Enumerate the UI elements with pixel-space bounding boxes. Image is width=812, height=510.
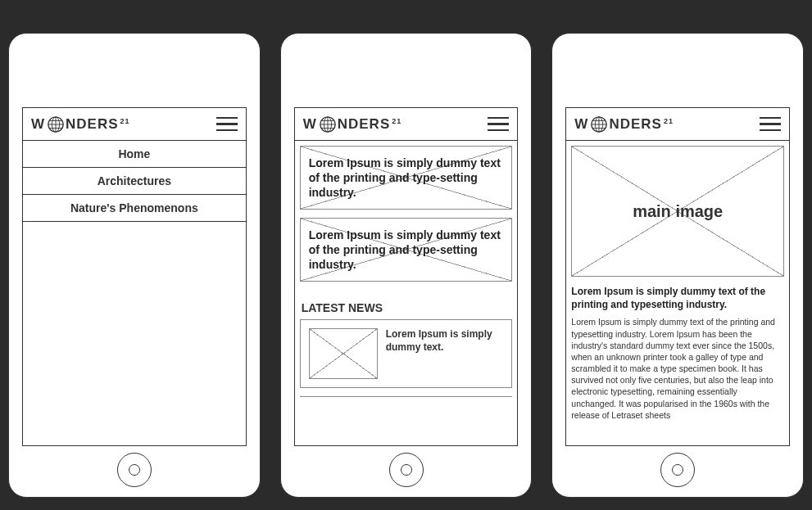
mobile-frame-menu: W NDERS 21 Home Architectures Nature's P… xyxy=(8,33,261,498)
logo-text-right: NDERS xyxy=(66,116,119,133)
news-thumbnail-placeholder xyxy=(309,328,378,379)
screen: W NDERS 21 main image Lorem Ipsum is sim… xyxy=(565,107,790,446)
app-header: W NDERS 21 xyxy=(295,108,518,141)
news-item-text: Lorem Ipsum is simply dummy text. xyxy=(386,328,504,379)
app-header: W NDERS 21 xyxy=(566,108,789,141)
menu-item-nature[interactable]: Nature's Phenomenons xyxy=(23,195,246,222)
list-row-placeholder xyxy=(300,396,513,411)
feature-card[interactable]: Lorem Ipsum is simply dummy text of the … xyxy=(300,218,513,282)
logo-text-right: NDERS xyxy=(609,116,662,133)
feature-card-text: Lorem Ipsum is simply dummy text of the … xyxy=(301,221,512,279)
device-home-button[interactable] xyxy=(660,453,695,487)
article-body: Lorem Ipsum is simply dummy text of the … xyxy=(571,316,784,421)
globe-icon xyxy=(319,115,337,133)
article-headline: Lorem Ipsum is simply dummy text of the … xyxy=(571,277,784,316)
empty-content-area xyxy=(23,222,246,445)
hamburger-icon[interactable] xyxy=(488,117,509,132)
globe-icon xyxy=(590,115,608,133)
screen: W NDERS 21 Home Architectures Nature's P… xyxy=(22,107,247,446)
brand-logo[interactable]: W NDERS 21 xyxy=(31,115,130,133)
logo-text-left: W xyxy=(574,116,588,133)
brand-logo[interactable]: W NDERS 21 xyxy=(303,115,402,133)
device-home-button[interactable] xyxy=(389,453,424,487)
menu-item-home[interactable]: Home xyxy=(23,141,246,168)
app-header: W NDERS 21 xyxy=(23,108,246,141)
brand-logo[interactable]: W NDERS 21 xyxy=(574,115,674,133)
hamburger-icon[interactable] xyxy=(760,117,781,132)
feature-card-text: Lorem Ipsum is simply dummy text of the … xyxy=(301,149,512,207)
mobile-frame-article: W NDERS 21 main image Lorem Ipsum is sim… xyxy=(551,33,804,498)
feed-content: Lorem Ipsum is simply dummy text of the … xyxy=(295,141,518,445)
menu-item-architectures[interactable]: Architectures xyxy=(23,168,246,195)
screen: W NDERS 21 Lorem Ipsum is simply dummy t… xyxy=(294,107,519,446)
globe-icon xyxy=(47,115,65,133)
logo-text-left: W xyxy=(31,116,45,133)
logo-text-right: NDERS xyxy=(338,116,391,133)
latest-news-heading: LATEST NEWS xyxy=(300,290,513,319)
logo-superscript: 21 xyxy=(392,117,401,125)
feature-card[interactable]: Lorem Ipsum is simply dummy text of the … xyxy=(300,146,513,210)
hamburger-icon[interactable] xyxy=(216,117,238,132)
main-image-label: main image xyxy=(633,202,723,221)
article-content: main image Lorem Ipsum is simply dummy t… xyxy=(566,141,789,445)
main-image-placeholder: main image xyxy=(571,146,784,277)
mobile-frame-feed: W NDERS 21 Lorem Ipsum is simply dummy t… xyxy=(280,33,533,498)
news-item[interactable]: Lorem Ipsum is simply dummy text. xyxy=(300,319,513,388)
device-home-button[interactable] xyxy=(117,453,152,487)
logo-text-left: W xyxy=(303,116,317,133)
logo-superscript: 21 xyxy=(120,117,130,125)
logo-superscript: 21 xyxy=(664,117,674,125)
